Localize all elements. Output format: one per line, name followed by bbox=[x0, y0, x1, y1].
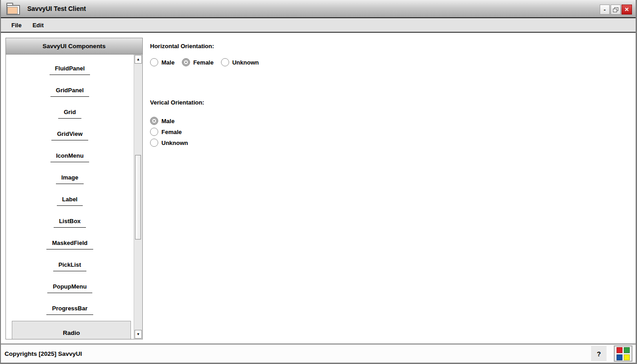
maximize-icon bbox=[613, 7, 618, 12]
horizontal-option-female[interactable]: Female bbox=[182, 58, 214, 66]
sidebar-item-listbox[interactable]: ListBox bbox=[54, 218, 86, 228]
sidebar-item-maskedfield[interactable]: MaskedField bbox=[46, 239, 93, 249]
window-controls: - ✕ bbox=[600, 5, 632, 15]
sidebar-item-image[interactable]: Image bbox=[56, 174, 84, 184]
titlebar: SavvyUI Test Client - ✕ bbox=[1, 0, 636, 18]
content-area: SavvyUI Components FluidPanelGridPanelGr… bbox=[1, 33, 636, 344]
radio-selected-icon[interactable] bbox=[182, 58, 190, 66]
horizontal-option-male[interactable]: Male bbox=[150, 58, 175, 66]
logo-square-3 bbox=[624, 354, 630, 360]
minimize-button[interactable]: - bbox=[600, 5, 610, 15]
horizontal-radio-group: MaleFemaleUnknown bbox=[150, 56, 266, 68]
list-item: Image bbox=[6, 168, 134, 190]
list-item: ProgressBar bbox=[6, 299, 134, 321]
scroll-up-icon[interactable]: ▲ bbox=[135, 55, 142, 64]
horizontal-orientation-label: Horizontal Orientation: bbox=[150, 43, 266, 50]
copyright-text: Copyrights [2025] SavvyUI bbox=[5, 350, 82, 357]
sidebar-item-gridpanel[interactable]: GridPanel bbox=[50, 87, 89, 97]
component-list: FluidPanelGridPanelGridGridViewIconMenuI… bbox=[6, 55, 134, 339]
scrollbar-thumb[interactable] bbox=[135, 155, 141, 239]
sidebar-item-fluidpanel[interactable]: FluidPanel bbox=[50, 65, 90, 75]
scroll-down-icon[interactable]: ▼ bbox=[135, 330, 142, 339]
sidebar-item-grid[interactable]: Grid bbox=[58, 109, 81, 119]
menu-edit[interactable]: Edit bbox=[27, 22, 49, 29]
radio-unselected-icon[interactable] bbox=[150, 139, 158, 147]
statusbar: Copyrights [2025] SavvyUI ? bbox=[1, 344, 636, 364]
logo-square-0 bbox=[617, 347, 622, 353]
radio-unselected-icon[interactable] bbox=[221, 58, 229, 66]
sidebar-item-label: Radio bbox=[63, 329, 80, 336]
app-folder-icon bbox=[6, 3, 21, 15]
radio-option-label: Unknown bbox=[161, 140, 188, 146]
logo-grid bbox=[617, 347, 630, 360]
list-item: MaskedField bbox=[6, 234, 134, 255]
list-item: Grid bbox=[6, 103, 134, 125]
radio-option-label: Unknown bbox=[232, 59, 259, 66]
sidebar-item-radio-selected[interactable]: Radio bbox=[12, 321, 131, 339]
sidebar-item-popupmenu[interactable]: PopupMenu bbox=[47, 283, 92, 293]
radio-unselected-icon[interactable] bbox=[150, 58, 158, 66]
list-item: IconMenu bbox=[6, 146, 134, 168]
sidebar-item-iconmenu[interactable]: IconMenu bbox=[50, 152, 89, 162]
radio-unselected-icon[interactable] bbox=[150, 128, 158, 136]
list-item: ListBox bbox=[6, 212, 134, 234]
app-window: SavvyUI Test Client - ✕ File Edit SavvyU… bbox=[0, 0, 637, 364]
vertical-radio-group: MaleFemaleUnknown bbox=[150, 115, 266, 148]
menu-file[interactable]: File bbox=[6, 22, 27, 29]
vertical-option-male[interactable]: Male bbox=[150, 115, 266, 126]
window-title: SavvyUI Test Client bbox=[27, 5, 86, 12]
sidebar-body: FluidPanelGridPanelGridGridViewIconMenuI… bbox=[6, 55, 142, 339]
sidebar-scrollbar[interactable]: ▲ ▼ bbox=[134, 55, 142, 339]
list-item: PickList bbox=[6, 255, 134, 277]
menubar: File Edit bbox=[1, 18, 636, 33]
radio-selected-icon[interactable] bbox=[150, 117, 158, 125]
list-item: Label bbox=[6, 190, 134, 212]
radio-option-label: Male bbox=[161, 59, 175, 66]
sidebar-item-picklist[interactable]: PickList bbox=[53, 261, 87, 271]
maximize-button[interactable] bbox=[611, 5, 621, 15]
sidebar: SavvyUI Components FluidPanelGridPanelGr… bbox=[5, 38, 143, 339]
radio-option-label: Male bbox=[161, 118, 175, 125]
list-item: PopupMenu bbox=[6, 277, 134, 299]
list-item: FluidPanel bbox=[6, 59, 134, 81]
sidebar-item-label[interactable]: Label bbox=[57, 196, 83, 206]
list-item: GridView bbox=[6, 125, 134, 146]
horizontal-option-unknown[interactable]: Unknown bbox=[221, 58, 259, 66]
help-button[interactable]: ? bbox=[591, 346, 607, 361]
radio-demo-panel: Horizontal Orientation: MaleFemaleUnknow… bbox=[150, 43, 266, 148]
logo-button[interactable] bbox=[614, 345, 632, 362]
close-button[interactable]: ✕ bbox=[622, 5, 632, 15]
vertical-option-female[interactable]: Female bbox=[150, 126, 266, 137]
sidebar-item-gridview[interactable]: GridView bbox=[51, 130, 88, 140]
sidebar-header: SavvyUI Components bbox=[6, 38, 142, 55]
logo-square-2 bbox=[617, 354, 622, 360]
radio-option-label: Female bbox=[161, 129, 182, 135]
sidebar-item-progressbar[interactable]: ProgressBar bbox=[46, 305, 93, 315]
vertical-orientation-label: Verical Orientation: bbox=[150, 99, 266, 106]
list-item: GridPanel bbox=[6, 81, 134, 103]
logo-square-1 bbox=[624, 347, 630, 353]
vertical-option-unknown[interactable]: Unknown bbox=[150, 137, 266, 148]
radio-option-label: Female bbox=[193, 59, 214, 66]
